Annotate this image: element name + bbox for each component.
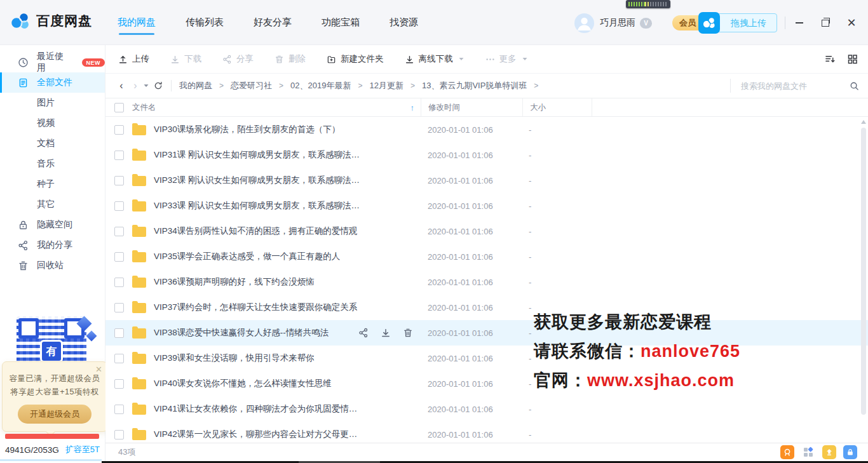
row-checkbox[interactable]: [114, 227, 124, 236]
open-svip-button[interactable]: 开通超级会员: [18, 405, 92, 424]
file-name[interactable]: VIP37课约会时，怎样聊天让女生快速要跟你确定关系: [154, 302, 357, 313]
nav-tab-friend-share[interactable]: 好友分享: [254, 17, 292, 39]
file-name[interactable]: VIP38课恋爱中快速赢得女人好感--情绪共鸣法: [154, 327, 329, 339]
column-size[interactable]: 大小: [523, 98, 592, 116]
share-button[interactable]: 分享: [222, 53, 254, 65]
row-checkbox[interactable]: [114, 354, 124, 363]
file-name[interactable]: VIP32课 刚认识女生如何聊成男女朋友，联系感聊法（中）: [154, 175, 363, 186]
safe-lock-icon[interactable]: [843, 445, 857, 459]
row-checkbox[interactable]: [114, 278, 124, 287]
row-checkbox[interactable]: [114, 201, 124, 211]
sidebar-item-documents[interactable]: 文档: [0, 133, 105, 154]
file-row[interactable]: VIP36课预期声明聊的好，线下约会没烦恼2020-01-01 01:06-: [105, 269, 868, 295]
file-row[interactable]: VIP32课 刚认识女生如何聊成男女朋友，联系感聊法（中）2020-01-01 …: [105, 168, 868, 193]
select-all-checkbox[interactable]: [114, 103, 124, 112]
file-row[interactable]: VIP34课告别两性认知不清的困惑，拥有正确的爱情观2020-01-01 01:…: [105, 218, 868, 244]
close-icon[interactable]: ✕: [95, 365, 102, 374]
breadcrumb-item[interactable]: 13、素云九期VIP脱单特训班: [422, 80, 527, 91]
delete-button[interactable]: 删除: [275, 53, 306, 65]
restore-button[interactable]: [820, 18, 831, 28]
sidebar-item-videos[interactable]: 视频: [0, 113, 105, 133]
sidebar-item-others[interactable]: 其它: [0, 194, 105, 215]
refresh-icon[interactable]: [151, 81, 166, 90]
sidebar-item-my-shares[interactable]: 我的分享: [0, 235, 105, 255]
row-checkbox[interactable]: [114, 151, 124, 160]
sidebar-item-pictures[interactable]: 图片: [0, 93, 105, 113]
offline-download-button[interactable]: 离线下载: [405, 53, 465, 65]
breadcrumb-item[interactable]: 我的网盘: [179, 80, 212, 91]
scrollbar-thumb[interactable]: [861, 128, 866, 415]
minimize-button[interactable]: [794, 18, 804, 28]
collect-folder-icon[interactable]: [822, 445, 836, 459]
file-name[interactable]: VIP30课场景化聊法，陌生到女朋友的首选（下）: [154, 124, 340, 135]
sort-icon[interactable]: [825, 54, 836, 64]
upload-button[interactable]: 上传: [118, 53, 149, 65]
mini-apps-icon[interactable]: [801, 445, 815, 459]
share-icon[interactable]: [358, 328, 369, 338]
row-checkbox[interactable]: [114, 379, 124, 389]
breadcrumb-item[interactable]: 恋爱研习社: [231, 80, 272, 91]
history-dropdown-icon[interactable]: [144, 84, 149, 88]
grid-view-icon[interactable]: [847, 54, 858, 64]
avatar[interactable]: [574, 13, 594, 33]
sidebar-item-hidden-space[interactable]: 隐藏空间: [0, 215, 105, 235]
file-name[interactable]: VIP36课预期声明聊的好，线下约会没烦恼: [154, 276, 315, 288]
row-checkbox[interactable]: [114, 328, 124, 338]
file-row[interactable]: VIP35课学会正确表达感受，做一个真正有趣的人2020-01-01 01:06…: [105, 244, 868, 269]
trash-icon[interactable]: [403, 328, 413, 338]
activity-medal-icon[interactable]: [780, 445, 794, 459]
file-name[interactable]: VIP33课 刚认识女生如何聊成男女朋友，联系感聊法（下）: [154, 200, 363, 211]
file-row[interactable]: VIP31课 刚认识女生如何聊成男女朋友，联系感聊法（上）2020-01-01 …: [105, 142, 868, 168]
search-input[interactable]: [740, 81, 837, 91]
back-button[interactable]: ‹: [114, 81, 128, 91]
drag-upload-button[interactable]: 拖拽上传: [716, 13, 777, 32]
file-row[interactable]: VIP37课约会时，怎样聊天让女生快速要跟你确定关系2020-01-01 01:…: [105, 295, 868, 320]
file-row[interactable]: VIP38课恋爱中快速赢得女人好感--情绪共鸣法2020-01-01 01:06…: [105, 320, 868, 346]
sidebar-item-all-files[interactable]: 全部文件: [0, 72, 105, 93]
file-name[interactable]: VIP40课女友说你不懂她，怎么样读懂女性思维: [154, 378, 332, 389]
search-icon[interactable]: [850, 81, 859, 91]
breadcrumb-separator: >: [534, 81, 538, 90]
forward-button[interactable]: ›: [128, 81, 142, 91]
scroll-up-icon[interactable]: [861, 120, 866, 124]
row-checkbox[interactable]: [114, 125, 124, 135]
row-checkbox[interactable]: [114, 303, 124, 312]
breadcrumb-item[interactable]: 02、2019年最新: [290, 80, 351, 91]
file-row[interactable]: VIP30课场景化聊法，陌生到女朋友的首选（下）2020-01-01 01:06…: [105, 117, 868, 142]
row-checkbox[interactable]: [114, 430, 124, 440]
close-button[interactable]: ✕: [846, 18, 857, 28]
vip-level-icon[interactable]: V: [640, 18, 652, 29]
nav-tab-toolbox[interactable]: 功能宝箱: [322, 17, 360, 39]
breadcrumb-item[interactable]: 12月更新: [369, 80, 403, 91]
file-name[interactable]: VIP42课第一次见家长，聊那些内容会让对方父母更喜欢你: [154, 429, 363, 440]
sidebar-item-recent[interactable]: 最近使用NEW: [0, 52, 105, 72]
file-name[interactable]: VIP35课学会正确表达感受，做一个真正有趣的人: [154, 251, 340, 262]
sidebar-item-recycle-bin[interactable]: 回收站: [0, 255, 105, 276]
file-name[interactable]: VIP31课 刚认识女生如何聊成男女朋友，联系感聊法（上）: [154, 149, 363, 161]
sidebar-item-torrents[interactable]: 种子: [0, 174, 105, 194]
row-checkbox[interactable]: [114, 405, 124, 414]
nav-tab-find-resources[interactable]: 找资源: [390, 17, 418, 39]
row-checkbox[interactable]: [114, 176, 124, 185]
file-name[interactable]: VIP41课让女友依赖你，四种聊法才会为你巩固爱情的江山: [154, 403, 363, 415]
nav-tab-transfer-list[interactable]: 传输列表: [186, 17, 224, 39]
sidebar-item-music[interactable]: 音乐: [0, 154, 105, 174]
file-name[interactable]: VIP34课告别两性认知不清的困惑，拥有正确的爱情观: [154, 225, 357, 237]
column-name[interactable]: 文件名 ↑: [105, 98, 421, 116]
new-folder-button[interactable]: 新建文件夹: [327, 53, 384, 65]
file-name[interactable]: VIP39课和女生没话聊，快用引导术来帮你: [154, 352, 315, 364]
nav-tab-my-drive[interactable]: 我的网盘: [118, 17, 156, 39]
username[interactable]: 巧月思雨: [600, 17, 635, 29]
file-row[interactable]: VIP41课让女友依赖你，四种聊法才会为你巩固爱情的江山2020-01-01 0…: [105, 396, 868, 422]
file-row[interactable]: VIP39课和女生没话聊，快用引导术来帮你2020-01-01 01:06-: [105, 346, 868, 371]
column-time[interactable]: 修改时间: [421, 98, 523, 116]
more-button[interactable]: 更多: [485, 53, 528, 65]
scrollbar[interactable]: [860, 120, 867, 463]
download-button[interactable]: 下载: [170, 53, 201, 65]
file-row[interactable]: VIP40课女友说你不懂她，怎么样读懂女性思维2020-01-01 01:06-: [105, 371, 868, 396]
sort-asc-icon[interactable]: ↑: [410, 103, 415, 112]
download-icon[interactable]: [381, 328, 391, 338]
expand-storage-link[interactable]: 扩容至5T: [65, 444, 100, 455]
row-checkbox[interactable]: [114, 252, 124, 262]
file-row[interactable]: VIP33课 刚认识女生如何聊成男女朋友，联系感聊法（下）2020-01-01 …: [105, 193, 868, 218]
